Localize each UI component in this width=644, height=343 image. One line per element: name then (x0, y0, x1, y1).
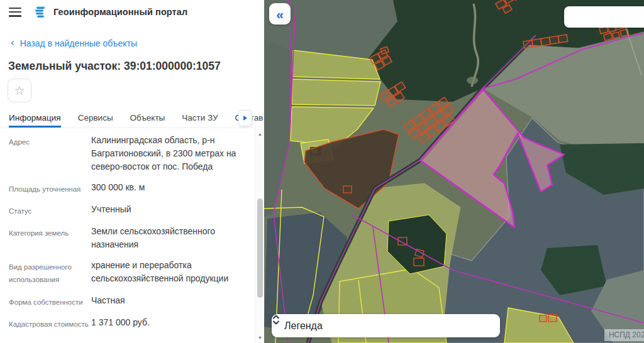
field-permitted-use: Вид разрешенного использования хранение … (9, 259, 248, 286)
field-value: Учтенный (91, 203, 248, 217)
tab-services[interactable]: Сервисы (78, 113, 113, 128)
back-link-label: Назад в найденные объекты (20, 38, 137, 48)
scroll-up-arrow-icon[interactable]: ▲ (255, 129, 265, 138)
field-value: Частная (91, 294, 248, 308)
field-value: хранение и переработка сельскохозяйствен… (91, 259, 248, 286)
panel-scrollbar[interactable]: ▲ ▼ (255, 128, 264, 343)
field-label: Площадь уточненная (9, 181, 91, 195)
app-header: Геоинформационный портал (0, 0, 264, 24)
field-value: 1 371 000 руб. (91, 316, 248, 330)
field-value: Земли сельскохозяйственного назначения (91, 225, 248, 251)
tab-parcel-parts[interactable]: Части ЗУ (182, 113, 218, 128)
field-land-category: Категория земель Земли сельскохозяйствен… (9, 225, 248, 251)
field-label: Категория земель (9, 225, 91, 251)
tab-bar: Информация Сервисы Объекты Части ЗУ Сост… (0, 112, 254, 128)
field-label: Форма собственности (9, 294, 91, 308)
star-icon: ☆ (14, 84, 25, 98)
field-status: Статус Учтенный (9, 203, 248, 217)
attribute-list: Адрес Калининградская область, р-н Багра… (9, 134, 248, 338)
tab-information[interactable]: Информация (9, 113, 61, 128)
arrow-right-icon (243, 116, 247, 121)
back-to-results-link[interactable]: ‹ Назад в найденные объекты (11, 38, 264, 48)
map-container: « Легенда НСПД 2020 (264, 0, 644, 343)
tabs-scroll-right-button[interactable] (238, 110, 252, 126)
map-search-box[interactable] (564, 6, 644, 28)
object-info-panel: Геоинформационный портал ‹ Назад в найде… (0, 0, 264, 343)
field-address: Адрес Калининградская область, р-н Багра… (9, 134, 248, 173)
geo-portal-app: Геоинформационный портал ‹ Назад в найде… (0, 0, 644, 343)
tab-objects[interactable]: Объекты (130, 113, 165, 128)
expand-collapse-icon (272, 314, 280, 325)
nspd-watermark: НСПД 2020 (604, 329, 644, 341)
field-value: Калининградская область, р-н Багратионов… (91, 134, 248, 173)
field-label: Кадастровая стоимость (9, 316, 91, 330)
field-area: Площадь уточненная 300 000 кв. м (9, 181, 248, 195)
field-ownership: Форма собственности Частная (9, 294, 248, 308)
scrollbar-thumb[interactable] (257, 199, 263, 298)
hamburger-menu-icon[interactable] (9, 8, 21, 17)
map-search-input[interactable] (564, 6, 644, 28)
geo-portal-logo-icon (33, 4, 48, 19)
scroll-down-arrow-icon[interactable]: ▼ (255, 333, 265, 342)
field-label: Статус (9, 203, 91, 217)
field-label: Вид разрешенного использования (9, 259, 91, 286)
field-value: 300 000 кв. м (91, 181, 248, 195)
legend-panel-toggle[interactable]: Легенда (272, 314, 500, 337)
field-cadastral-value: Кадастровая стоимость 1 371 000 руб. (9, 316, 248, 330)
panel-collapse-button[interactable]: « (269, 3, 291, 24)
parcel-title: Земельный участок: 39:01:000000:1057 (8, 60, 264, 73)
chevron-left-icon: ‹ (11, 37, 14, 48)
favorite-star-button[interactable]: ☆ (8, 79, 31, 102)
app-title: Геоинформационный портал (53, 7, 187, 17)
map-canvas[interactable] (264, 0, 644, 343)
field-label: Адрес (9, 134, 91, 173)
double-chevron-left-icon: « (276, 8, 284, 21)
legend-label: Легенда (284, 320, 491, 332)
